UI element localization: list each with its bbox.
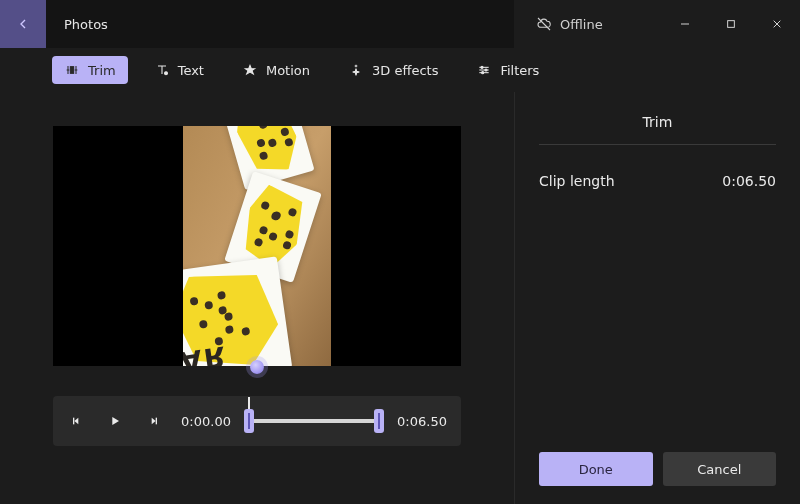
cloud-offline-icon (536, 16, 552, 32)
playback-bar: 0:00.00 0:06.50 (53, 396, 461, 446)
svg-point-17 (485, 69, 487, 71)
svg-rect-2 (728, 21, 735, 28)
offline-indicator[interactable]: Offline (536, 16, 662, 32)
tool-trim[interactable]: Trim (52, 56, 128, 84)
maximize-icon (723, 16, 739, 32)
tool-text-label: Text (178, 63, 204, 78)
tool-3d-effects[interactable]: 3D effects (336, 56, 450, 84)
side-panel-buttons: Done Cancel (539, 452, 776, 486)
back-button[interactable] (0, 0, 46, 48)
frame-back-button[interactable] (67, 411, 87, 431)
frame-back-icon (69, 413, 85, 429)
offline-label: Offline (560, 17, 603, 32)
tool-3d-label: 3D effects (372, 63, 438, 78)
play-button[interactable] (105, 411, 125, 431)
start-time: 0:00.00 (181, 414, 231, 429)
main: AR 0:00.00 0:06.50 Tr (0, 92, 800, 504)
play-icon (107, 413, 123, 429)
sparkle-icon (348, 62, 364, 78)
svg-rect-20 (73, 418, 74, 425)
cancel-label: Cancel (697, 462, 741, 477)
toolbar: Trim Text Motion 3D effects Filters (0, 48, 800, 92)
minimize-button[interactable] (662, 8, 708, 40)
trim-handle-end[interactable] (374, 409, 384, 433)
tool-filters-label: Filters (500, 63, 539, 78)
svg-marker-22 (152, 418, 156, 425)
tool-text[interactable]: Text (142, 56, 216, 84)
svg-point-18 (482, 72, 484, 74)
svg-rect-5 (70, 67, 73, 74)
close-icon (769, 16, 785, 32)
motion-icon (242, 62, 258, 78)
video-frame: AR (183, 126, 331, 366)
title-bar: Photos Offline (0, 0, 800, 48)
done-button[interactable]: Done (539, 452, 653, 486)
tool-filters[interactable]: Filters (464, 56, 551, 84)
trim-range (249, 419, 379, 423)
filters-icon (476, 62, 492, 78)
svg-rect-23 (156, 418, 157, 425)
trim-icon (64, 62, 80, 78)
close-button[interactable] (754, 8, 800, 40)
playhead-marker[interactable] (250, 360, 264, 374)
trim-track[interactable] (249, 419, 379, 423)
video-preview[interactable]: AR (53, 126, 461, 366)
text-icon (154, 62, 170, 78)
clip-length-label: Clip length (539, 173, 615, 189)
clip-length-value: 0:06.50 (722, 173, 776, 189)
svg-marker-19 (74, 418, 78, 425)
maximize-button[interactable] (708, 8, 754, 40)
end-time: 0:06.50 (397, 414, 447, 429)
tool-motion-label: Motion (266, 63, 310, 78)
svg-line-0 (538, 18, 550, 30)
trim-handle-start[interactable] (244, 409, 254, 433)
svg-marker-21 (112, 417, 119, 425)
frame-forward-icon (145, 413, 161, 429)
cancel-button[interactable]: Cancel (663, 452, 777, 486)
arrow-left-icon (15, 16, 31, 32)
side-panel: Trim Clip length 0:06.50 Done Cancel (514, 92, 800, 504)
frame-forward-button[interactable] (143, 411, 163, 431)
clip-length-row: Clip length 0:06.50 (539, 173, 776, 189)
app-title: Photos (46, 0, 514, 48)
side-panel-title: Trim (539, 114, 776, 145)
done-label: Done (579, 462, 613, 477)
minimize-icon (677, 16, 693, 32)
svg-marker-12 (245, 65, 254, 74)
tool-motion[interactable]: Motion (230, 56, 322, 84)
title-right: Offline (514, 0, 800, 48)
svg-point-16 (481, 66, 483, 68)
editor-column: AR 0:00.00 0:06.50 (0, 92, 514, 504)
tool-trim-label: Trim (88, 63, 116, 78)
